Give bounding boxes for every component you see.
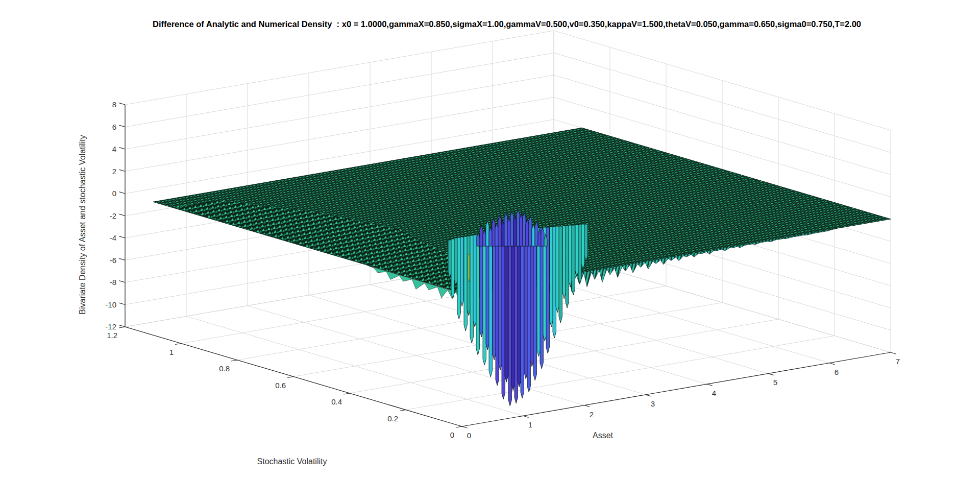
z-tick-label: 8 xyxy=(112,100,116,109)
x-tick-mark xyxy=(523,416,529,417)
dip-strip xyxy=(511,230,514,391)
dip-strip xyxy=(556,226,559,313)
dip-strip xyxy=(566,226,569,308)
y-tick-label: 0.8 xyxy=(219,364,230,373)
up-spike-strip xyxy=(507,218,510,246)
up-spike-strip xyxy=(513,216,517,246)
z-tick-label: -2 xyxy=(110,211,116,220)
up-spike-strip xyxy=(504,212,507,246)
up-spike-strip xyxy=(532,224,535,246)
up-spike-strip xyxy=(498,215,501,246)
dip-strip xyxy=(457,237,460,319)
dip-strip xyxy=(454,238,457,286)
leftwall-grid-line xyxy=(125,53,554,127)
y-tick-mark xyxy=(231,360,237,361)
up-spike-strip xyxy=(480,225,483,246)
chart-title: Difference of Analytic and Numerical Den… xyxy=(153,19,861,29)
dip-strip xyxy=(514,230,518,403)
dip-strip xyxy=(540,228,543,369)
y-tick-mark xyxy=(456,426,462,427)
dip-strip xyxy=(530,228,533,367)
z-tick-mark xyxy=(119,125,126,127)
y-tick-mark xyxy=(287,377,293,378)
dip-strip xyxy=(537,228,540,356)
matlab-figure-canvas: 0123456700.20.40.60.811.286420-2-4-6-8-1… xyxy=(0,0,980,478)
x-tick-label: 7 xyxy=(896,357,900,366)
x-tick-mark xyxy=(462,426,468,428)
dip-strip xyxy=(575,225,578,277)
dip-strip xyxy=(480,234,483,337)
dip-strip xyxy=(502,231,505,399)
floor-grid-line xyxy=(350,319,778,393)
z-tick-label: -10 xyxy=(105,300,116,309)
dip-strip xyxy=(584,224,587,261)
y-tick-label: 0 xyxy=(450,431,454,439)
y-tick-label: 0.6 xyxy=(275,381,286,390)
x-tick-mark xyxy=(584,405,590,407)
z-tick-label: 2 xyxy=(112,167,116,176)
x-tick-label: 2 xyxy=(590,410,594,419)
z-tick-mark xyxy=(119,170,126,171)
z-tick-label: -12 xyxy=(105,322,116,331)
y-tick-label: 1 xyxy=(169,348,174,356)
up-spike-strip xyxy=(517,209,520,246)
x-tick-mark xyxy=(829,363,835,365)
up-spike-strip xyxy=(489,227,492,246)
z-tick-mark xyxy=(119,236,126,238)
x-tick-label: 1 xyxy=(528,420,532,429)
dip-strip xyxy=(464,236,467,331)
dip-strip xyxy=(562,226,566,299)
up-spike-strip xyxy=(510,211,513,246)
dip-strip xyxy=(460,237,463,306)
x-axis-label: Asset xyxy=(593,431,614,440)
dip-strip xyxy=(569,225,572,287)
x-tick-mark xyxy=(707,384,713,386)
dip-strip xyxy=(505,231,508,382)
up-spike-strip xyxy=(495,223,498,246)
z-axis-label: Bivariate Density of Asset and stochasti… xyxy=(78,135,87,314)
z-tick-mark xyxy=(119,214,126,216)
dip-strip xyxy=(451,239,454,299)
x-tick-label: 5 xyxy=(773,378,777,387)
x-tick-label: 0 xyxy=(467,431,471,440)
dip-strip xyxy=(518,229,521,387)
y-tick-mark xyxy=(400,410,406,411)
z-tick-mark xyxy=(119,192,126,194)
dip-strip xyxy=(578,225,581,284)
z-tick-label: 4 xyxy=(112,145,116,153)
y-tick-label: 1.2 xyxy=(107,331,117,340)
dip-strip xyxy=(508,230,511,406)
dip-strip xyxy=(553,227,556,338)
surface-plot: 0123456700.20.40.60.811.286420-2-4-6-8-1… xyxy=(0,0,980,478)
dip-strip xyxy=(581,224,584,270)
dip-strip xyxy=(493,232,496,360)
z-tick-label: 6 xyxy=(112,123,116,131)
up-spike-strip xyxy=(523,212,526,246)
x-tick-label: 6 xyxy=(835,368,839,376)
dip-yellow-sliver xyxy=(468,254,470,282)
x-tick-mark xyxy=(891,352,896,354)
y-tick-mark xyxy=(119,327,125,328)
dip-strip xyxy=(470,235,473,343)
z-tick-mark xyxy=(119,303,126,304)
leftwall-grid-line xyxy=(125,31,554,105)
y-tick-mark xyxy=(344,393,350,394)
leftwall-grid-line xyxy=(125,75,554,149)
dip-strip xyxy=(559,226,562,323)
up-spike-strip xyxy=(535,221,538,246)
up-spike-strip xyxy=(529,216,532,246)
dip-strip xyxy=(448,240,451,278)
dip-strip xyxy=(524,229,527,379)
z-tick-mark xyxy=(119,281,126,282)
dip-strip xyxy=(483,233,486,365)
dip-strip xyxy=(533,228,536,380)
x-tick-mark xyxy=(646,395,651,396)
z-tick-label: 0 xyxy=(112,189,116,198)
x-tick-label: 4 xyxy=(712,389,716,397)
z-tick-label: -4 xyxy=(110,233,116,242)
floor-grid-line xyxy=(406,336,835,410)
z-tick-mark xyxy=(119,103,126,105)
dip-strip xyxy=(473,235,476,327)
dip-strip xyxy=(527,229,530,392)
x-tick-label: 3 xyxy=(651,399,655,408)
